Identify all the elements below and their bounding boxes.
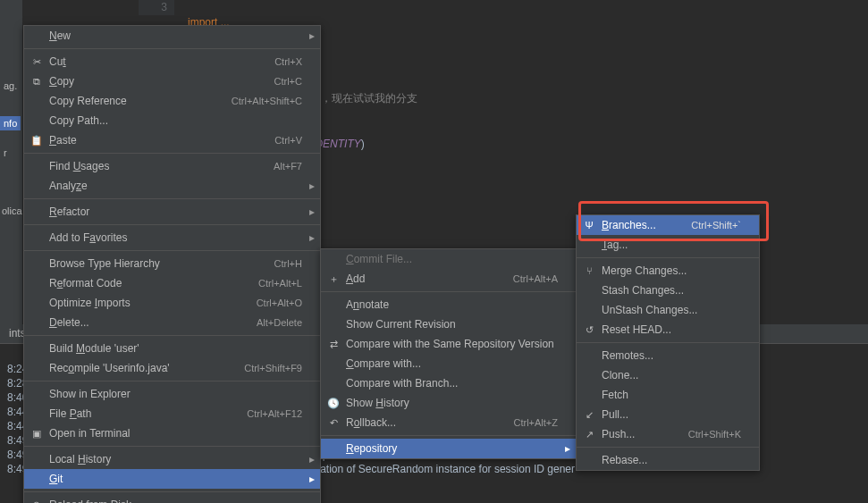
- menu-find-usages[interactable]: Find UsagesAlt+F7: [24, 156, 320, 176]
- menu-separator: [24, 198, 320, 199]
- rollback-icon: ↶: [326, 417, 341, 429]
- menu-optimize-imports[interactable]: Optimize ImportsCtrl+Alt+O: [24, 293, 320, 313]
- menu-browse-hierarchy[interactable]: Browse Type HierarchyCtrl+H: [24, 254, 320, 273]
- menu-merge-changes[interactable]: ⑂Merge Changes...: [577, 261, 759, 281]
- submenu-arrow-icon: ▸: [565, 442, 570, 455]
- line-gutter: 3: [139, 0, 174, 15]
- menu-annotate[interactable]: Annotate: [321, 295, 576, 314]
- shortcut: Ctrl+Alt+A: [513, 273, 558, 284]
- menu-add-to-favorites[interactable]: Add to Favorites▸: [24, 228, 320, 247]
- menu-tag[interactable]: Tag...: [577, 235, 759, 255]
- left-tab-selected[interactable]: nfo: [0, 116, 21, 130]
- menu-rollback[interactable]: ↶Rollback...Ctrl+Alt+Z: [321, 413, 576, 432]
- menu-cut[interactable]: ✂CutCtrl+X: [24, 52, 320, 71]
- push-icon: ↗: [582, 429, 596, 440]
- menu-separator: [577, 257, 759, 258]
- menu-separator: [24, 250, 320, 251]
- menu-compare-with[interactable]: Compare with...: [321, 354, 576, 373]
- shortcut: Ctrl+Shift+K: [688, 429, 741, 440]
- code-text: ): [361, 138, 365, 150]
- menu-separator: [24, 153, 320, 154]
- menu-separator: [321, 435, 576, 436]
- menu-push[interactable]: ↗Push...Ctrl+Shift+K: [577, 424, 759, 444]
- menu-separator: [24, 446, 320, 447]
- menu-delete[interactable]: Delete...Alt+Delete: [24, 313, 320, 332]
- menu-show-history[interactable]: 🕓Show History: [321, 393, 576, 413]
- left-tab[interactable]: ag.: [4, 80, 17, 91]
- submenu-arrow-icon: ▸: [309, 205, 315, 218]
- menu-fetch[interactable]: Fetch: [577, 385, 759, 405]
- shortcut: Ctrl+Alt+O: [257, 298, 302, 308]
- menu-file-path[interactable]: File PathCtrl+Alt+F12: [24, 404, 320, 423]
- shortcut: Ctrl+X: [274, 56, 302, 67]
- copy-icon: ⧉: [29, 76, 44, 88]
- merge-icon: ⑂: [582, 265, 596, 276]
- cut-icon: ✂: [29, 56, 44, 68]
- menu-new[interactable]: New▸: [24, 26, 320, 46]
- menu-unstash[interactable]: UnStash Changes...: [577, 300, 759, 320]
- menu-reset-head[interactable]: ↺Reset HEAD...: [577, 320, 759, 340]
- menu-separator: [577, 342, 759, 343]
- history-icon: 🕓: [326, 398, 341, 409]
- terminal-icon: ▣: [29, 428, 44, 440]
- menu-commit-file[interactable]: Commit File...: [321, 249, 576, 269]
- shortcut: Alt+F7: [274, 161, 302, 172]
- submenu-arrow-icon: ▸: [309, 473, 315, 485]
- left-tab[interactable]: olica: [2, 205, 22, 216]
- menu-reload-from-disk[interactable]: ⟳Reload from Disk: [24, 495, 320, 503]
- reset-icon: ↺: [582, 324, 596, 336]
- left-tab[interactable]: r: [4, 147, 7, 158]
- context-menu-main: New▸ ✂CutCtrl+X ⧉CopyCtrl+C Copy Referen…: [23, 25, 321, 503]
- menu-recompile[interactable]: Recompile 'Userinfo.java'Ctrl+Shift+F9: [24, 358, 320, 378]
- menu-git-add[interactable]: ＋AddCtrl+Alt+A: [321, 269, 576, 289]
- menu-repository[interactable]: Repository▸: [321, 439, 576, 458]
- menu-analyze[interactable]: Analyze▸: [24, 176, 320, 196]
- menu-separator: [24, 335, 320, 336]
- menu-separator: [577, 447, 759, 448]
- add-icon: ＋: [326, 272, 341, 286]
- shortcut: Ctrl+Shift+`: [691, 220, 741, 231]
- menu-refactor[interactable]: Refactor▸: [24, 202, 320, 222]
- shortcut: Ctrl+H: [274, 258, 302, 269]
- menu-remotes[interactable]: Remotes...: [577, 346, 759, 365]
- menu-show-current-revision[interactable]: Show Current Revision: [321, 314, 576, 334]
- menu-show-in-explorer[interactable]: Show in Explorer: [24, 384, 320, 404]
- shortcut: Ctrl+Alt+Z: [513, 417, 558, 428]
- menu-clone[interactable]: Clone...: [577, 365, 759, 385]
- menu-git[interactable]: Git▸: [24, 469, 320, 489]
- menu-rebase[interactable]: Rebase...: [577, 450, 759, 470]
- pull-icon: ↙: [582, 409, 596, 421]
- shortcut: Ctrl+C: [274, 76, 302, 87]
- menu-local-history[interactable]: Local History▸: [24, 449, 320, 469]
- reload-icon: ⟳: [29, 499, 44, 504]
- menu-compare-with-branch[interactable]: Compare with Branch...: [321, 373, 576, 393]
- menu-copy[interactable]: ⧉CopyCtrl+C: [24, 71, 320, 91]
- menu-open-terminal[interactable]: ▣Open in Terminal: [24, 423, 320, 443]
- repository-submenu: ΨBranches...Ctrl+Shift+` Tag... ⑂Merge C…: [576, 214, 760, 471]
- compare-icon: ⇄: [326, 339, 341, 350]
- shortcut: Ctrl+Alt+F12: [247, 408, 302, 419]
- submenu-arrow-icon: ▸: [309, 180, 315, 192]
- menu-compare-same-repo[interactable]: ⇄Compare with the Same Repository Versio…: [321, 334, 576, 354]
- menu-reformat[interactable]: Reformat CodeCtrl+Alt+L: [24, 273, 320, 293]
- menu-separator: [24, 491, 320, 492]
- menu-copy-reference[interactable]: Copy ReferenceCtrl+Alt+Shift+C: [24, 91, 320, 111]
- menu-build-module[interactable]: Build Module 'user': [24, 339, 320, 358]
- shortcut: Ctrl+Alt+Shift+C: [232, 96, 302, 106]
- menu-stash[interactable]: Stash Changes...: [577, 281, 759, 300]
- shortcut: Ctrl+V: [274, 135, 302, 146]
- branch-icon: Ψ: [582, 220, 596, 231]
- paste-icon: 📋: [29, 135, 44, 147]
- menu-paste[interactable]: 📋PasteCtrl+V: [24, 130, 320, 150]
- submenu-arrow-icon: ▸: [309, 231, 315, 244]
- menu-separator: [24, 224, 320, 225]
- shortcut: Alt+Delete: [257, 317, 302, 328]
- menu-copy-path[interactable]: Copy Path...: [24, 111, 320, 130]
- menu-separator: [24, 48, 320, 49]
- menu-branches[interactable]: ΨBranches...Ctrl+Shift+`: [577, 215, 759, 235]
- menu-pull[interactable]: ↙Pull...: [577, 405, 759, 424]
- menu-separator: [24, 381, 320, 381]
- submenu-arrow-icon: ▸: [309, 29, 315, 42]
- submenu-arrow-icon: ▸: [309, 453, 315, 465]
- line-number: 3: [139, 0, 167, 15]
